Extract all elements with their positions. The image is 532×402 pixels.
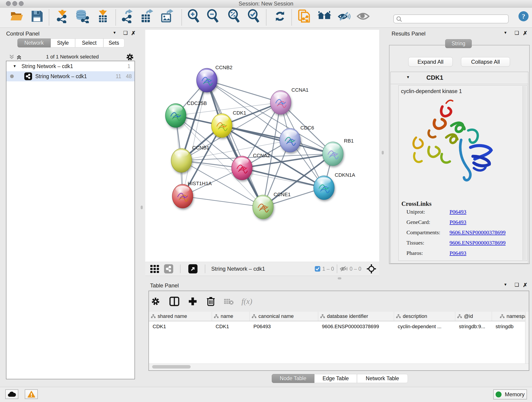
warnings-button[interactable] (25, 389, 38, 399)
export-table-button[interactable] (140, 9, 153, 24)
import-table-button[interactable] (97, 9, 109, 24)
chevron-double-up-icon[interactable] (16, 54, 22, 60)
network-edge[interactable] (207, 80, 281, 102)
tab-select[interactable]: Select (75, 38, 103, 47)
hide-selected-button[interactable] (338, 11, 351, 23)
table-vertical-scrollbar[interactable] (525, 312, 529, 364)
results-scrollbar[interactable] (523, 86, 526, 260)
show-all-button[interactable] (356, 12, 370, 22)
tab-node-table[interactable]: Node Table (272, 374, 314, 383)
network-node-CCNA2[interactable] (232, 156, 252, 180)
zoom-fit-button[interactable] (227, 9, 241, 24)
bottom-splitter-handle[interactable] (338, 277, 341, 279)
table-cell[interactable]: stringdb (492, 324, 529, 330)
network-share-view-icon[interactable] (164, 264, 173, 274)
table-cell[interactable]: cyclin-dependent ... (394, 324, 455, 330)
table-cell[interactable]: CDK1 (212, 324, 250, 330)
table-panel-close-icon[interactable]: ✗ (523, 282, 527, 288)
network-row[interactable]: String Network – cdk1 11 48 (6, 71, 134, 81)
tab-network-table[interactable]: Network Table (357, 374, 408, 383)
expand-all-button[interactable]: Expand All (408, 57, 453, 67)
control-panel-close-icon[interactable]: ✗ (131, 30, 136, 36)
memory-button[interactable]: Memory (493, 389, 527, 400)
tab-edge-table[interactable]: Edge Table (314, 374, 357, 383)
open-in-new-window-icon[interactable] (188, 264, 197, 274)
save-session-button[interactable] (31, 10, 43, 24)
help-button[interactable]: ? (518, 11, 529, 22)
tab-sets[interactable]: Sets (103, 38, 124, 47)
crosslink-link[interactable]: P06493 (450, 250, 466, 256)
network-node-CCNB1[interactable] (171, 148, 192, 172)
table-panel-collapse-icon[interactable]: ▼ (504, 283, 507, 287)
column-header-name[interactable]: name (212, 312, 250, 321)
export-image-button[interactable] (160, 9, 174, 24)
network-node-CDC6[interactable] (280, 128, 300, 152)
control-panel-float-icon[interactable]: ❑ (123, 30, 128, 36)
network-node-CDC25B[interactable] (165, 104, 186, 128)
table-cell[interactable]: 9606.ENSP00000378699 (318, 324, 394, 330)
home-button[interactable] (317, 10, 332, 23)
clone-network-button[interactable] (298, 9, 310, 24)
table-cell[interactable]: stringdb:9... (455, 324, 492, 330)
left-splitter-handle[interactable] (141, 206, 143, 209)
table-gear-icon[interactable] (151, 297, 160, 306)
fit-content-crosshair-icon[interactable] (366, 264, 376, 274)
crosslink-link[interactable]: 9606.ENSP00000378699 (450, 240, 506, 246)
column-header-description[interactable]: description (394, 312, 455, 321)
network-node-CDKN1A[interactable] (314, 176, 334, 200)
crosslink-link[interactable]: P06493 (450, 209, 466, 215)
cloud-button[interactable] (5, 389, 18, 399)
column-header-namespace[interactable]: namespace (492, 312, 529, 321)
network-edge[interactable] (222, 126, 333, 154)
network-node-CCNA1[interactable] (270, 90, 291, 114)
table-row[interactable]: CDK1CDK1P064939606.ENSP00000378699cyclin… (149, 321, 529, 332)
gene-section-header[interactable]: ▼ CDK1 (391, 72, 528, 84)
zoom-out-button[interactable] (206, 9, 220, 24)
network-edge[interactable] (183, 196, 263, 207)
zoom-selected-button[interactable] (247, 9, 260, 24)
tab-string[interactable]: String (445, 39, 472, 48)
results-panel-float-icon[interactable]: ❑ (515, 30, 519, 36)
network-edge[interactable] (183, 80, 207, 196)
results-panel-collapse-icon[interactable]: ▼ (504, 31, 507, 35)
control-panel-collapse-icon[interactable]: ▼ (113, 31, 116, 35)
tab-style[interactable]: Style (51, 38, 75, 47)
show-columns-icon[interactable] (169, 296, 180, 306)
crosslink-link[interactable]: 9606.ENSP00000378699 (450, 230, 506, 236)
table-panel-float-icon[interactable]: ❑ (515, 282, 519, 288)
results-panel-close-icon[interactable]: ✗ (523, 30, 527, 36)
gear-icon[interactable] (126, 53, 134, 61)
table-cell[interactable]: CDK1 (149, 324, 212, 330)
delete-column-icon[interactable] (206, 296, 215, 306)
open-session-button[interactable] (10, 10, 24, 24)
gene-collapse-icon[interactable]: ▼ (406, 75, 410, 79)
table-horizontal-scrollbar[interactable] (149, 364, 529, 370)
export-network-button[interactable] (121, 9, 134, 24)
import-network-button[interactable] (56, 9, 69, 24)
network-node-CCNE1[interactable] (253, 195, 273, 219)
network-node-CDK1[interactable] (211, 114, 232, 138)
selected-checkbox-icon[interactable] (315, 266, 321, 272)
search-field[interactable] (393, 14, 509, 23)
search-input[interactable] (402, 16, 508, 22)
tree-expand-icon[interactable]: ▼ (13, 64, 17, 68)
network-node-CCNB2[interactable] (196, 68, 217, 92)
network-node-HIST1H1A[interactable] (172, 184, 193, 208)
column-header--id[interactable]: @id (455, 312, 492, 321)
add-column-icon[interactable] (188, 297, 197, 306)
network-canvas[interactable]: CCNB2CCNA1CDC25BCDK1CDC6RB1CCNB1CCNA2CDK… (145, 30, 379, 262)
table-cell[interactable]: P06493 (250, 324, 318, 330)
refresh-view-button[interactable] (274, 10, 286, 23)
tab-network[interactable]: Network (17, 38, 51, 47)
chevron-double-down-icon[interactable] (9, 54, 15, 60)
right-splitter-handle[interactable] (382, 151, 384, 154)
import-network-from-database-button[interactable] (75, 9, 90, 24)
network-collection-row[interactable]: ▼ String Network – cdk1 1 (6, 61, 134, 71)
column-header-database-identifier[interactable]: database identifier (318, 312, 394, 321)
collapse-all-button[interactable]: Collapse All (461, 57, 510, 67)
column-header-shared-name[interactable]: shared name (149, 312, 212, 321)
column-header-canonical-name[interactable]: canonical name (250, 312, 318, 321)
crosslink-link[interactable]: P06493 (450, 219, 466, 225)
network-edge[interactable] (207, 80, 263, 207)
grid-view-icon[interactable] (149, 264, 160, 274)
